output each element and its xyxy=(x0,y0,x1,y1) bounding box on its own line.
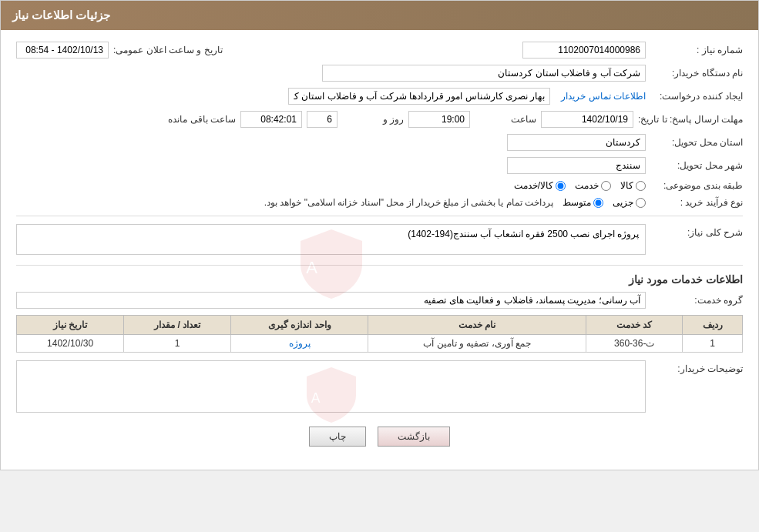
main-content: شماره نیاز : تاریخ و ساعت اعلان عمومی: ن… xyxy=(1,30,758,470)
creator-link[interactable]: اطلاعات تماس خریدار xyxy=(561,91,646,102)
buyer-org-row: نام دستگاه خریدار: xyxy=(16,65,743,82)
divider-2 xyxy=(16,265,743,266)
province-label: استان محل تحویل: xyxy=(650,137,743,148)
cell-date: 1402/10/30 xyxy=(17,335,124,353)
purchase-jozvi-item[interactable]: جزیی xyxy=(613,197,646,208)
deadline-days-input[interactable] xyxy=(307,111,338,128)
col-header-code: کد خدمت xyxy=(586,316,683,335)
announcement-date-input[interactable] xyxy=(16,42,109,59)
services-table: ردیف کد خدمت نام خدمت واحد اندازه گیری ت… xyxy=(16,315,743,353)
announcement-date-label: تاریخ و ساعت اعلان عمومی: xyxy=(113,45,223,55)
purchase-type-row: نوع فرآیند خرید : جزیی متوسط پرداخت تمام… xyxy=(16,197,743,208)
col-header-name: نام خدمت xyxy=(368,316,586,335)
deadline-time-label: ساعت xyxy=(475,114,536,125)
col-header-unit: واحد اندازه گیری xyxy=(231,316,368,335)
col-header-qty: تعداد / مقدار xyxy=(124,316,231,335)
need-number-label: شماره نیاز : xyxy=(650,45,743,55)
need-description-textarea[interactable]: پروژه اجرای نصب 2500 فقره انشعاب آب سنند… xyxy=(16,224,646,255)
col-header-row: ردیف xyxy=(683,316,743,335)
category-kala-khadamat-label: کالا/خدمت xyxy=(514,180,553,191)
city-input[interactable] xyxy=(507,157,646,174)
col-header-date: تاریخ نیاز xyxy=(17,316,124,335)
city-label: شهر محل تحویل: xyxy=(650,160,743,171)
need-description-container: A پروژه اجرای نصب 2500 فقره انشعاب آب سن… xyxy=(16,224,646,257)
cell-name: جمع آوری، تصفیه و تامین آب xyxy=(368,335,586,353)
service-group-row: گروه خدمت: آب رسانی؛ مدیریت پسماند، فاضل… xyxy=(16,292,743,309)
need-number-input[interactable] xyxy=(522,42,646,59)
cell-code: ت-36-360 xyxy=(586,335,683,353)
province-row: استان محل تحویل: xyxy=(16,134,743,151)
purchase-motevaset-label: متوسط xyxy=(563,197,591,208)
purchase-type-label: نوع فرآیند خرید : xyxy=(650,197,743,208)
need-description-label: شرح کلی نیاز: xyxy=(650,224,743,238)
deadline-time-input[interactable] xyxy=(408,111,470,128)
buyer-desc-textarea[interactable] xyxy=(16,360,646,413)
buyer-desc-label: توضیحات خریدار: xyxy=(650,360,743,374)
deadline-days-label: روز و xyxy=(342,114,404,125)
city-row: شهر محل تحویل: xyxy=(16,157,743,174)
purchase-motevaset-item[interactable]: متوسط xyxy=(563,197,603,208)
deadline-date-input[interactable] xyxy=(541,111,633,128)
creator-row: ایجاد کننده درخواست: اطلاعات تماس خریدار xyxy=(16,88,743,105)
need-description-row: شرح کلی نیاز: A پروژه اجرای نصب 2500 فقر… xyxy=(16,224,743,257)
creator-input[interactable] xyxy=(288,88,550,105)
buyer-desc-container: A xyxy=(16,360,646,415)
cell-qty: 1 xyxy=(124,335,231,353)
print-button[interactable]: چاپ xyxy=(309,427,366,447)
divider-1 xyxy=(16,216,743,216)
deadline-label: مهلت ارسال پاسخ: تا تاریخ: xyxy=(638,114,743,125)
province-input[interactable] xyxy=(507,134,646,151)
category-label: طبقه بندی موضوعی: xyxy=(650,180,743,191)
table-header-row: ردیف کد خدمت نام خدمت واحد اندازه گیری ت… xyxy=(17,316,743,335)
need-number-row: شماره نیاز : تاریخ و ساعت اعلان عمومی: xyxy=(16,42,743,59)
buyer-desc-row: توضیحات خریدار: A xyxy=(16,360,743,415)
cell-unit: پروژه xyxy=(231,335,368,353)
purchase-jozvi-radio[interactable] xyxy=(636,198,646,208)
services-title: اطلاعات خدمات مورد نیاز xyxy=(16,273,743,286)
purchase-motevaset-radio[interactable] xyxy=(593,198,603,208)
buttons-row: بازگشت چاپ xyxy=(16,427,743,458)
category-khadamat-item[interactable]: خدمت xyxy=(575,180,611,191)
category-khadamat-radio[interactable] xyxy=(601,181,611,191)
category-kala-khadamat-item[interactable]: کالا/خدمت xyxy=(514,180,566,191)
purchase-type-radio-group: جزیی متوسط xyxy=(563,197,646,208)
buyer-org-input[interactable] xyxy=(322,65,646,82)
category-row: طبقه بندی موضوعی: کالا خدمت کالا/خدمت xyxy=(16,180,743,191)
table-body: 1 ت-36-360 جمع آوری، تصفیه و تامین آب پر… xyxy=(17,335,743,353)
page-header: جزئیات اطلاعات نیاز xyxy=(1,1,758,30)
buyer-org-label: نام دستگاه خریدار: xyxy=(650,68,743,79)
category-kala-item[interactable]: کالا xyxy=(620,180,646,191)
back-button[interactable]: بازگشت xyxy=(378,427,450,447)
table-row: 1 ت-36-360 جمع آوری، تصفیه و تامین آب پر… xyxy=(17,335,743,353)
table-head: ردیف کد خدمت نام خدمت واحد اندازه گیری ت… xyxy=(17,316,743,335)
page-wrapper: جزئیات اطلاعات نیاز شماره نیاز : تاریخ و… xyxy=(0,0,759,470)
category-kala-khadamat-radio[interactable] xyxy=(556,181,566,191)
category-kala-radio[interactable] xyxy=(636,181,646,191)
deadline-remaining-label: ساعت باقی مانده xyxy=(168,114,236,125)
creator-label: ایجاد کننده درخواست: xyxy=(650,91,743,102)
purchase-note: پرداخت تمام یا بخشی از مبلغ خریدار از مح… xyxy=(264,197,553,208)
page-title: جزئیات اطلاعات نیاز xyxy=(12,8,110,22)
cell-row-num: 1 xyxy=(683,335,743,353)
service-group-value: آب رسانی؛ مدیریت پسماند، فاضلاب و فعالیت… xyxy=(16,292,646,309)
deadline-row: مهلت ارسال پاسخ: تا تاریخ: ساعت روز و سا… xyxy=(16,111,743,128)
category-khadamat-label: خدمت xyxy=(575,180,599,191)
deadline-remaining-input[interactable] xyxy=(240,111,302,128)
purchase-jozvi-label: جزیی xyxy=(613,197,633,208)
service-group-label: گروه خدمت: xyxy=(650,295,743,306)
category-kala-label: کالا xyxy=(620,180,633,191)
category-radio-group: کالا خدمت کالا/خدمت xyxy=(514,180,646,191)
